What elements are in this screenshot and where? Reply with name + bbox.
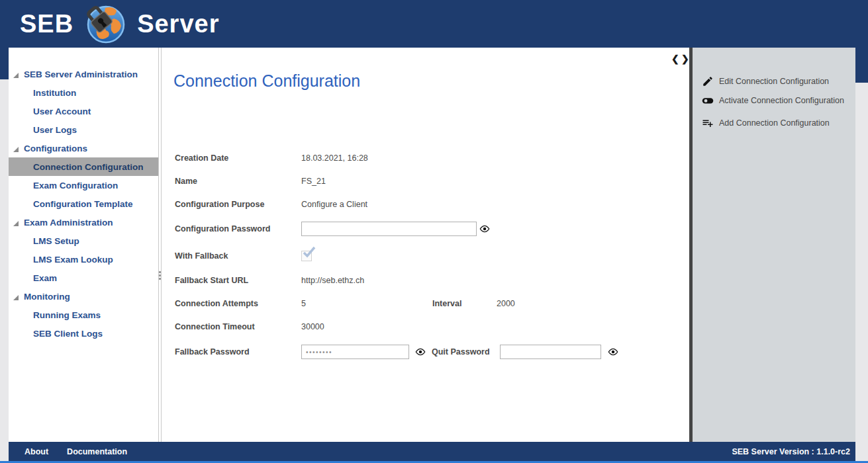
connection-timeout-value: 30000 [301, 322, 324, 331]
sash-dot [159, 274, 161, 276]
form-row-fallback-start-url: Fallback Start URL http://seb.ethz.ch [162, 273, 689, 288]
show-password-icon[interactable] [479, 224, 490, 234]
fallback-password-label: Fallback Password [175, 347, 250, 357]
about-link[interactable]: About [24, 447, 48, 456]
version-text: SEB Server Version : 1.1.0-rc2 [732, 447, 850, 456]
activate-connection-configuration-button[interactable]: Activate Connection Configuration [693, 93, 855, 108]
brand-server-text: Server [137, 10, 219, 38]
connection-attempts-value: 5 [301, 299, 306, 308]
brand-seb-text: SEB [20, 10, 73, 38]
sidebar-item-monitoring[interactable]: Monitoring [9, 287, 158, 306]
interval-label: Interval [432, 299, 461, 308]
sidebar-item-connection-configuration[interactable]: Connection Configuration [9, 157, 158, 176]
sidebar-item-label: SEB Server Administration [24, 69, 138, 79]
sidebar-item-label: Monitoring [24, 292, 70, 302]
configuration-password-label: Configuration Password [175, 224, 270, 233]
sidebar-item-label: User Account [33, 106, 91, 116]
sidebar-item-label: Exam Configuration [33, 181, 118, 190]
toggle-icon [702, 95, 714, 106]
sidebar-item-seb-server-administration[interactable]: SEB Server Administration [9, 65, 158, 83]
sidebar-item-lms-setup[interactable]: LMS Setup [9, 232, 158, 250]
edit-connection-configuration-button[interactable]: Edit Connection Configuration [693, 73, 855, 89]
quit-password-input[interactable] [500, 345, 601, 359]
sidebar-item-exam-administration[interactable]: Exam Administration [9, 213, 158, 232]
action-label: Activate Connection Configuration [719, 96, 844, 105]
creation-date-label: Creation Date [175, 153, 228, 163]
sidebar-item-configurations[interactable]: Configurations [9, 139, 158, 157]
sash-dot [159, 278, 161, 280]
collapse-left-icon[interactable]: ❮ [671, 54, 679, 64]
sidebar-item-running-exams[interactable]: Running Exams [9, 306, 158, 324]
main-content: ❮ ❯ Connection Configuration Creation Da… [162, 48, 689, 442]
sidebar-item-label: Running Exams [33, 310, 101, 320]
sidebar-item-exam[interactable]: Exam [9, 269, 158, 287]
quit-password-label: Quit Password [432, 347, 490, 357]
tree-expander-icon[interactable] [13, 71, 19, 77]
sidebar-item-label: LMS Exam Lookup [33, 255, 113, 265]
interval-value: 2000 [497, 299, 515, 308]
show-password-icon[interactable] [415, 347, 426, 357]
fallback-start-url-value: http://seb.ethz.ch [301, 276, 364, 285]
expand-right-icon[interactable]: ❯ [681, 54, 689, 64]
add-connection-configuration-button[interactable]: Add Connection Configuration [693, 115, 855, 131]
sidebar-item-lms-exam-lookup[interactable]: LMS Exam Lookup [9, 250, 158, 269]
form-row-configuration-purpose: Configuration Purpose Configure a Client [162, 197, 689, 212]
form-row-fallback-quit-password: Fallback Password Quit Password [162, 345, 689, 359]
sidebar-item-user-logs[interactable]: User Logs [9, 120, 158, 139]
sidebar-item-user-account[interactable]: User Account [9, 102, 158, 120]
with-fallback-label: With Fallback [175, 251, 228, 261]
sidebar-item-label: Connection Configuration [33, 162, 143, 172]
connection-timeout-label: Connection Timeout [175, 322, 255, 331]
pencil-icon [702, 75, 714, 87]
form-row-connection-timeout: Connection Timeout 30000 [162, 319, 689, 334]
banner-corner-left [0, 48, 9, 79]
sidebar-item-label: SEB Client Logs [33, 329, 103, 339]
action-panel: Edit Connection Configuration Activate C… [693, 48, 855, 442]
show-password-icon[interactable] [608, 347, 618, 357]
header-bar: SEB [0, 0, 868, 48]
sidebar-item-label: Configuration Template [33, 199, 133, 209]
form-row-configuration-password: Configuration Password [162, 222, 689, 236]
sidebar-item-exam-configuration[interactable]: Exam Configuration [9, 176, 158, 194]
configuration-password-input[interactable] [301, 222, 477, 236]
form-row-creation-date: Creation Date 18.03.2021, 16:28 [162, 151, 689, 165]
creation-date-value: 18.03.2021, 16:28 [301, 153, 368, 163]
sidebar-item-label: Exam Administration [24, 218, 113, 228]
sidebar-nav: SEB Server Administration Institution Us… [9, 48, 158, 442]
documentation-link[interactable]: Documentation [67, 447, 127, 456]
with-fallback-checkbox [301, 251, 312, 261]
brand-logo: SEB [20, 0, 219, 48]
configuration-purpose-value: Configure a Client [301, 200, 367, 209]
sidebar-item-seb-client-logs[interactable]: SEB Client Logs [9, 324, 158, 343]
connection-attempts-label: Connection Attempts [175, 299, 258, 308]
page-title: Connection Configuration [173, 71, 360, 91]
footer-bar: About Documentation SEB Server Version :… [9, 442, 855, 461]
sidebar-item-institution[interactable]: Institution [9, 83, 158, 102]
action-label: Add Connection Configuration [719, 118, 830, 128]
sidebar-item-label: Institution [33, 88, 76, 98]
banner-corner-right [855, 48, 868, 83]
sidebar-item-configuration-template[interactable]: Configuration Template [9, 194, 158, 213]
tree-expander-icon[interactable] [13, 293, 19, 300]
fallback-start-url-label: Fallback Start URL [175, 276, 248, 285]
seb-globe-lock-icon [84, 3, 126, 44]
sash-dot [159, 271, 161, 273]
tree-expander-icon[interactable] [13, 145, 19, 151]
tree-expander-icon[interactable] [13, 219, 19, 226]
form-row-connection-attempts: Connection Attempts 5 Interval 2000 [162, 296, 689, 311]
form-row-with-fallback: With Fallback [162, 249, 689, 263]
app-window: SEB [0, 0, 868, 463]
fallback-password-input[interactable] [301, 345, 409, 359]
sidebar-item-label: Exam [33, 273, 57, 283]
action-label: Edit Connection Configuration [719, 77, 829, 86]
sidebar-item-label: LMS Setup [33, 236, 79, 246]
configuration-purpose-label: Configuration Purpose [175, 200, 264, 209]
sidebar-item-label: Configurations [24, 144, 87, 153]
playlist-add-icon [702, 117, 714, 129]
sidebar-item-label: User Logs [33, 125, 77, 135]
